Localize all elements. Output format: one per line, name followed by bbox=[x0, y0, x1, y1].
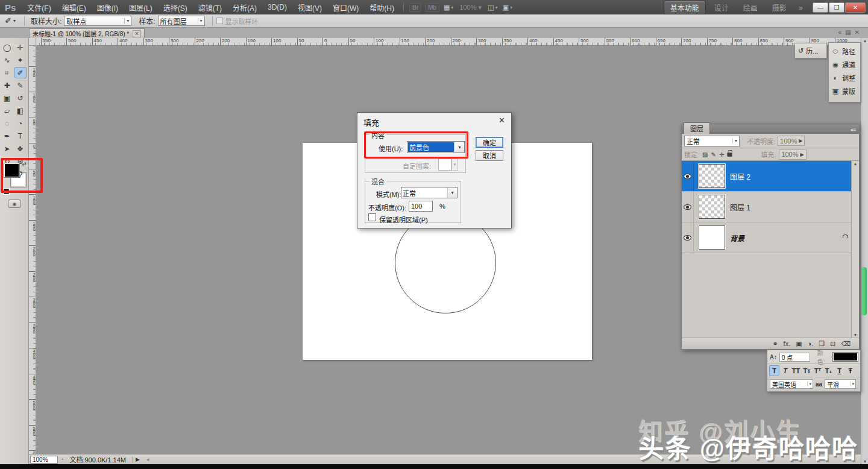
bridge-button[interactable]: Br bbox=[409, 3, 421, 12]
clone-stamp-tool[interactable]: ▣ bbox=[1, 92, 13, 104]
lock-all-icon[interactable] bbox=[728, 153, 732, 156]
menu-item-1[interactable]: 编辑(E) bbox=[57, 0, 92, 14]
mode-dropdown[interactable]: 正常 ▾ bbox=[401, 187, 458, 198]
layer-row[interactable]: 背景 bbox=[682, 222, 859, 253]
healing-brush-tool[interactable]: ✚ bbox=[1, 80, 13, 91]
scroll-up-icon[interactable]: ▲ bbox=[861, 39, 868, 43]
menu-item-5[interactable]: 滤镜(T) bbox=[193, 0, 227, 14]
text-color-swatch[interactable] bbox=[833, 353, 858, 361]
dialog-close-icon[interactable]: ✕ bbox=[498, 116, 505, 125]
workspace-overflow-button[interactable]: » bbox=[794, 3, 808, 12]
faux-bold-button[interactable]: T bbox=[769, 365, 779, 376]
quick-mask-button[interactable]: ◉ bbox=[8, 200, 21, 208]
cancel-button[interactable]: 取消 bbox=[476, 150, 503, 161]
new-group-icon[interactable]: ❒ bbox=[819, 340, 825, 348]
strikethrough-button[interactable]: Ŧ bbox=[845, 365, 855, 376]
eyedropper-tool-preset[interactable]: ✐ ▾ bbox=[0, 16, 20, 25]
preserve-transparency-checkbox[interactable] bbox=[368, 213, 376, 221]
crop-tool[interactable]: ⌗ bbox=[1, 67, 13, 78]
menu-item-4[interactable]: 选择(S) bbox=[158, 0, 193, 14]
arrange-documents-button[interactable]: ◫▾ bbox=[488, 4, 497, 11]
all-caps-button[interactable]: TT bbox=[791, 365, 801, 376]
new-adjustment-layer-icon[interactable]: ◑. bbox=[808, 340, 814, 347]
scroll-up-icon[interactable]: ▲ bbox=[854, 162, 858, 166]
workspace-photography-button[interactable]: 摄影 bbox=[766, 1, 793, 14]
layer-thumbnail[interactable] bbox=[699, 195, 725, 219]
tab-layers[interactable]: 图层 bbox=[684, 122, 710, 134]
layer-thumbnail[interactable] bbox=[699, 225, 725, 250]
layer-style-fx-icon[interactable]: fx. bbox=[784, 340, 791, 347]
sample-size-dropdown[interactable]: 取样点 ▾ bbox=[64, 16, 131, 26]
pattern-picker-chevron[interactable]: ▾ bbox=[451, 159, 458, 171]
document-tab[interactable]: 未标题-1 @ 100% (图层 2, RGB/8) * ✕ bbox=[29, 28, 145, 38]
leading-input[interactable]: 0 点 bbox=[779, 353, 810, 362]
magic-wand-tool[interactable]: ✦ bbox=[14, 54, 27, 66]
path-selection-tool[interactable]: ➤ bbox=[1, 143, 13, 154]
menu-item-7[interactable]: 3D(D) bbox=[262, 0, 292, 14]
gradient-tool[interactable]: ◧ bbox=[14, 105, 27, 116]
layer-row[interactable]: 图层 1 bbox=[682, 192, 859, 222]
scroll-left-icon[interactable]: ◄ bbox=[145, 457, 150, 462]
elliptical-marquee-tool[interactable]: ◯ bbox=[1, 42, 13, 53]
menu-item-3[interactable]: 图层(L) bbox=[124, 0, 158, 14]
menu-item-10[interactable]: 帮助(H) bbox=[364, 0, 400, 14]
lock-position-icon[interactable]: ✛ bbox=[719, 151, 724, 158]
dock-panel-adjustments[interactable]: ◐调整 bbox=[829, 71, 860, 84]
type-tool[interactable]: T bbox=[14, 130, 27, 142]
smudge-tool[interactable]: ◌ bbox=[1, 118, 13, 129]
menu-item-9[interactable]: 窗口(W) bbox=[327, 0, 364, 14]
close-button[interactable]: ✕ bbox=[845, 2, 866, 13]
dock-panel-masks[interactable]: ▣蒙版 bbox=[829, 84, 860, 98]
workspace-painting-button[interactable]: 绘画 bbox=[737, 1, 764, 14]
menu-item-8[interactable]: 视图(V) bbox=[292, 0, 327, 14]
scroll-down-icon[interactable]: ▼ bbox=[861, 459, 868, 464]
layers-scrollbar[interactable]: ▲ ▼ bbox=[851, 161, 859, 338]
status-menu-arrow-icon[interactable]: ▶ bbox=[132, 456, 143, 462]
underline-button[interactable]: T bbox=[834, 365, 844, 376]
blend-mode-dropdown[interactable]: 正常 ▾ bbox=[684, 136, 740, 146]
vertical-scrollbar[interactable]: ▲ ▼ bbox=[861, 38, 868, 464]
minimize-button[interactable]: — bbox=[813, 2, 828, 13]
eyedropper-tool[interactable]: ✐ bbox=[14, 67, 27, 78]
history-brush-tool[interactable]: ↺ bbox=[14, 92, 27, 104]
custom-shape-tool[interactable]: ❖ bbox=[14, 143, 27, 154]
layer-fill-value[interactable]: 100%▶ bbox=[779, 150, 806, 160]
lock-image-pixels-icon[interactable]: ✎ bbox=[711, 151, 716, 158]
subscript-button[interactable]: T₁ bbox=[823, 365, 834, 376]
lasso-tool[interactable]: ∿ bbox=[1, 54, 13, 66]
delete-layer-icon[interactable]: ⌫ bbox=[841, 340, 851, 348]
language-dropdown[interactable]: 美国英语 ▾ bbox=[770, 379, 813, 389]
layer-row[interactable]: 图层 2 bbox=[682, 161, 859, 192]
pen-tool[interactable]: ✒ bbox=[1, 130, 13, 142]
collapse-arrows-icon[interactable]: « bbox=[838, 29, 842, 36]
visibility-toggle[interactable] bbox=[682, 222, 694, 253]
dock-panel-channels[interactable]: ◉通道 bbox=[829, 58, 860, 71]
custom-pattern-swatch[interactable] bbox=[438, 159, 451, 171]
dock-panel-paths[interactable]: ⬭路径 bbox=[829, 45, 860, 58]
view-extras-button[interactable]: ▦▾ bbox=[444, 4, 453, 11]
menu-item-0[interactable]: 文件(F) bbox=[22, 0, 56, 14]
tab-close-icon[interactable]: ✕ bbox=[133, 30, 141, 37]
show-sampling-ring-checkbox[interactable]: 显示取样环 bbox=[216, 16, 259, 26]
status-zoom-input[interactable]: 100% bbox=[30, 456, 58, 464]
sample-layers-dropdown[interactable]: 所有图层 ▾ bbox=[158, 16, 205, 26]
panel-close-icon[interactable]: ✕ bbox=[855, 29, 860, 36]
brush-tool[interactable]: ✎ bbox=[14, 80, 27, 91]
workspace-essentials-button[interactable]: 基本功能 bbox=[664, 1, 706, 14]
zoom-level-dropdown[interactable]: 100% ▾ bbox=[459, 4, 482, 11]
mini-bridge-button[interactable]: Mb bbox=[425, 3, 439, 12]
visibility-toggle[interactable] bbox=[682, 161, 694, 191]
layer-opacity-value[interactable]: 100%▶ bbox=[778, 136, 805, 146]
ok-button[interactable]: 确定 bbox=[476, 137, 503, 148]
panel-grid-icon[interactable]: ▤ bbox=[845, 29, 851, 36]
opacity-input[interactable]: 100 bbox=[409, 201, 433, 212]
screen-mode-button[interactable]: ▣▾ bbox=[503, 4, 512, 11]
anti-alias-dropdown[interactable]: 平滑 ▾ bbox=[825, 379, 856, 389]
lock-transparent-pixels-icon[interactable]: ▨ bbox=[702, 151, 708, 158]
move-tool[interactable]: ✛ bbox=[14, 42, 27, 53]
eraser-tool[interactable]: ▱ bbox=[1, 105, 13, 116]
panel-menu-icon[interactable]: ◂≡ bbox=[850, 127, 859, 134]
superscript-button[interactable]: Tᵀ bbox=[813, 365, 823, 376]
scroll-down-icon[interactable]: ▼ bbox=[854, 333, 858, 337]
visibility-toggle[interactable] bbox=[682, 192, 694, 222]
